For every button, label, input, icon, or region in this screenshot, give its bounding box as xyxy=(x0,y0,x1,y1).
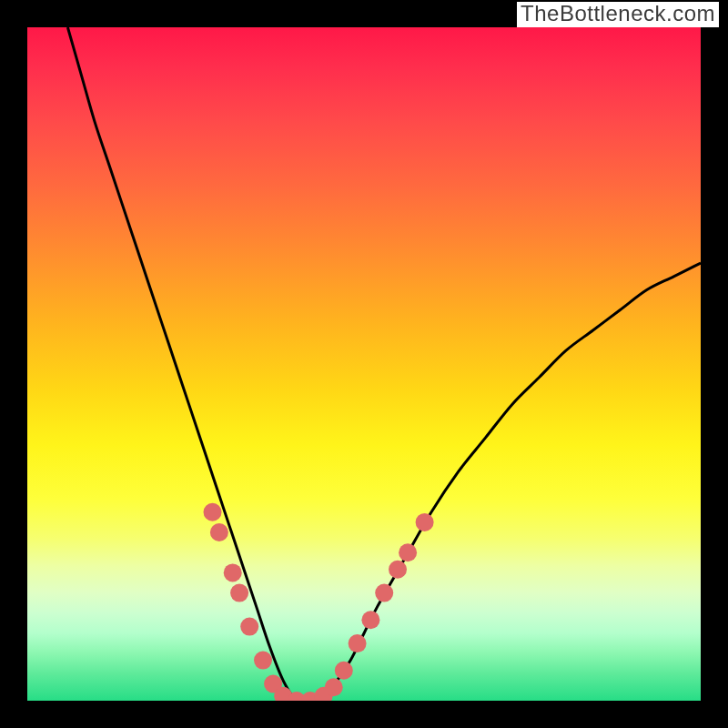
plot-area xyxy=(27,27,701,701)
marker-dot xyxy=(361,611,379,629)
marker-dot xyxy=(240,618,258,636)
marker-dot xyxy=(349,634,367,652)
marker-dot xyxy=(389,561,407,579)
marker-dot xyxy=(375,584,393,602)
marker-dot xyxy=(210,523,228,541)
marker-dot xyxy=(230,584,248,602)
marker-dot xyxy=(325,678,343,696)
marker-layer xyxy=(204,503,434,701)
curve-layer xyxy=(27,27,701,701)
marker-dot xyxy=(224,563,242,581)
watermark-text: TheBottleneck.com xyxy=(517,2,719,27)
marker-dot xyxy=(204,503,222,521)
marker-dot xyxy=(335,662,353,680)
marker-dot xyxy=(399,543,417,561)
chart-frame: TheBottleneck.com xyxy=(0,0,728,728)
marker-dot xyxy=(416,513,434,531)
marker-dot xyxy=(254,652,272,670)
